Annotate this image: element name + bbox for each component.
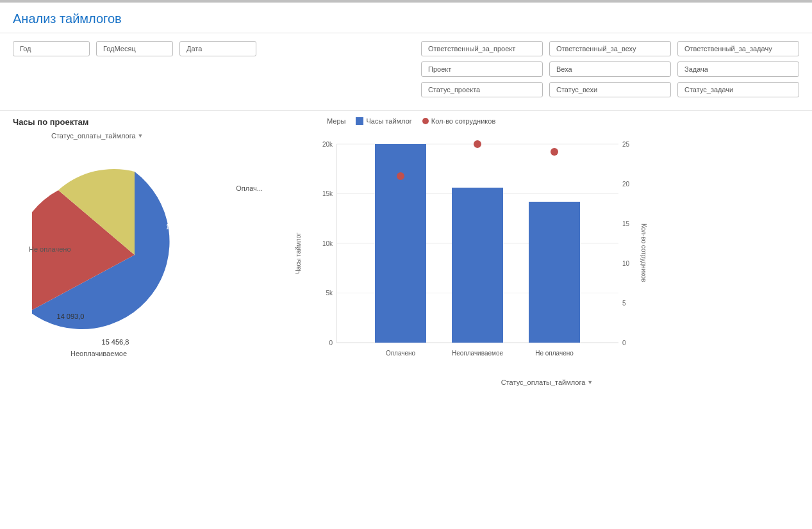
svg-text:5: 5 [622, 300, 626, 307]
year-month-filter[interactable]: ГодМесяц [96, 41, 173, 56]
task-filter[interactable]: Задача [677, 61, 799, 77]
pie-dropdown-arrow: ▼ [138, 133, 144, 139]
legend-label-employees: Кол-во сотрудников [431, 117, 495, 125]
pie-chart-container: 19 691,2 14 093,0 15 456,8 Оплач... Не о… [32, 146, 263, 364]
x-label-oplaceno: Оплачено [386, 350, 416, 357]
year-filter[interactable]: Год [13, 41, 90, 56]
filter-row-3: Статус_проекта Статус_вехи Статус_задачи [13, 82, 799, 97]
svg-text:0: 0 [622, 339, 626, 346]
pie-dropdown-label: Статус_оплаты_таймлога [51, 132, 136, 140]
x-label-neoplaceno: Не оплачено [535, 350, 574, 357]
legend-square-hours [356, 117, 363, 125]
project-status-filter[interactable]: Статус_проекта [421, 82, 543, 97]
project-responsible-filter[interactable]: Ответственный_за_проект [421, 41, 543, 56]
bar-chart-wrapper: Часы таймлог 0 5k 10k 15k 20k [295, 131, 799, 375]
pie-label-neoplachivaemoe: Неоплачиваемое [70, 350, 127, 357]
legend-item-hours: Часы таймлог [356, 117, 411, 125]
svg-text:15: 15 [622, 220, 630, 227]
right-panel: Меры Часы таймлог Кол-во сотрудников Час… [295, 117, 799, 386]
svg-text:20: 20 [622, 181, 630, 188]
bar-chart-legend: Меры Часы таймлог Кол-во сотрудников [327, 117, 799, 125]
pie-dropdown[interactable]: Статус_оплаты_таймлога ▼ [51, 132, 144, 140]
dot-neoplachivaemoe [474, 140, 481, 148]
left-panel: Часы по проектам Статус_оплаты_таймлога … [13, 117, 282, 386]
pie-value-neoplachivaemoe: 15 456,8 [102, 338, 129, 346]
main-content: Часы по проектам Статус_оплаты_таймлога … [0, 111, 812, 393]
y-axis-label-right: Кол-во сотрудников [640, 224, 647, 282]
bar-dropdown[interactable]: Статус_оплаты_таймлога ▼ [501, 378, 593, 386]
bar-chart-bottom-control: Статус_оплаты_таймлога ▼ [295, 378, 799, 386]
milestone-responsible-filter[interactable]: Ответственный_за_веху [549, 41, 671, 56]
svg-text:10k: 10k [322, 240, 333, 247]
svg-text:10: 10 [622, 260, 630, 267]
legend-label-hours: Часы таймлог [366, 117, 411, 125]
filter-row-2: Проект Веха Задача [13, 61, 799, 77]
pie-label-oplaceno: Оплач... [236, 184, 263, 192]
pie-label-neoplaceno: Не оплачено [29, 245, 71, 253]
pie-chart-control: Статус_оплаты_таймлога ▼ [51, 132, 282, 140]
milestone-status-filter[interactable]: Статус_вехи [549, 82, 671, 97]
legend-circle-employees [422, 118, 429, 124]
svg-text:0: 0 [329, 339, 333, 346]
dot-oplaceno [397, 172, 404, 180]
x-label-neoplachivaemoe: Неоплачиваемое [452, 350, 503, 357]
dot-neoplaceno [551, 148, 558, 156]
pie-value-oplaceno: 19 691,2 [166, 223, 194, 231]
bar-dropdown-arrow: ▼ [587, 379, 593, 386]
svg-text:25: 25 [622, 141, 630, 148]
left-chart-title: Часы по проектам [13, 117, 282, 127]
y-axis-label-left: Часы таймлог [295, 232, 302, 274]
page-title: Анализ таймлогов [0, 3, 812, 33]
bar-neoplaceno [529, 202, 580, 343]
pie-value-neoplaceno: 14 093,0 [57, 313, 85, 320]
svg-text:15k: 15k [322, 190, 333, 197]
task-status-filter[interactable]: Статус_задачи [677, 82, 799, 97]
milestone-filter[interactable]: Веха [549, 61, 671, 77]
svg-text:20k: 20k [322, 141, 333, 148]
svg-text:5k: 5k [326, 289, 333, 297]
pie-chart-svg: 19 691,2 14 093,0 15 456,8 [32, 146, 263, 364]
legend-item-employees: Кол-во сотрудников [422, 117, 495, 125]
bar-neoplachivaemoe [452, 188, 503, 343]
date-filter[interactable]: Дата [179, 41, 256, 56]
filters-section: Год ГодМесяц Дата Ответственный_за_проек… [0, 33, 812, 111]
filter-row-1: Год ГодМесяц Дата Ответственный_за_проек… [13, 41, 799, 56]
bar-chart-svg: 0 5k 10k 15k 20k 0 5 10 15 20 25 [304, 131, 638, 375]
bar-dropdown-label: Статус_оплаты_таймлога [501, 378, 586, 386]
task-responsible-filter[interactable]: Ответственный_за_задачу [677, 41, 799, 56]
project-filter[interactable]: Проект [421, 61, 543, 77]
legend-label: Меры [327, 117, 345, 125]
